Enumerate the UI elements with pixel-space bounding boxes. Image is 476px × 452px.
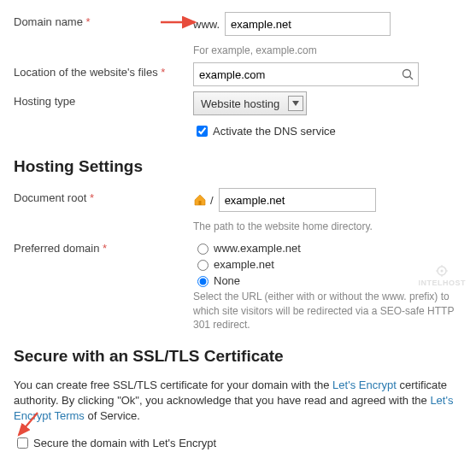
document-root-label: Document root: [14, 191, 86, 204]
location-label: Location of the website's files: [14, 66, 158, 79]
preferred-none-label: None: [214, 274, 240, 287]
preferred-domain-label: Preferred domain: [14, 242, 99, 255]
required-asterisk: *: [103, 242, 107, 255]
activate-dns-label: Activate the DNS service: [213, 125, 336, 138]
lets-encrypt-link[interactable]: Let's Encrypt: [332, 379, 397, 391]
location-input-wrap[interactable]: [193, 62, 419, 86]
required-asterisk: *: [90, 191, 94, 204]
hosting-settings-heading: Hosting Settings: [14, 157, 462, 176]
activate-dns-checkbox[interactable]: [197, 126, 208, 137]
secure-domain-label: Secure the domain with Let's Encrypt: [33, 437, 216, 449]
required-asterisk: *: [161, 66, 165, 79]
svg-point-5: [441, 270, 444, 273]
preferred-plain-label: example.net: [214, 258, 274, 271]
ssl-heading: Secure with an SSL/TLS Certificate: [14, 347, 462, 366]
svg-point-1: [403, 70, 411, 78]
required-asterisk: *: [86, 15, 91, 28]
search-icon: [401, 68, 414, 81]
www-prefix: www.: [193, 18, 220, 31]
house-icon: [193, 193, 207, 207]
domain-name-label: Domain name: [14, 15, 83, 28]
secure-domain-checkbox[interactable]: [17, 437, 28, 449]
preferred-helper: Select the URL (either with or without t…: [193, 290, 462, 332]
hosting-type-label: Hosting type: [14, 95, 75, 108]
domain-helper: For example, example.com: [193, 44, 462, 57]
chevron-down-icon: [288, 96, 303, 111]
hosting-type-selected: Website hosting: [201, 97, 279, 110]
domain-name-input[interactable]: [225, 12, 391, 36]
document-root-input[interactable]: [219, 188, 376, 212]
location-input[interactable]: [194, 63, 401, 85]
preferred-plain-radio[interactable]: [197, 260, 209, 271]
watermark: INTELHOST: [419, 265, 467, 287]
docroot-helper: The path to the website home directory.: [193, 220, 462, 233]
ssl-description: You can create free SSL/TLS certificate …: [14, 378, 462, 425]
hosting-type-dropdown[interactable]: Website hosting: [193, 91, 307, 115]
docroot-slash: /: [210, 194, 214, 207]
preferred-www-label: www.example.net: [214, 242, 301, 255]
preferred-www-radio[interactable]: [197, 244, 209, 255]
svg-line-2: [410, 77, 414, 80]
svg-rect-3: [199, 201, 202, 205]
preferred-none-radio[interactable]: [197, 276, 209, 287]
